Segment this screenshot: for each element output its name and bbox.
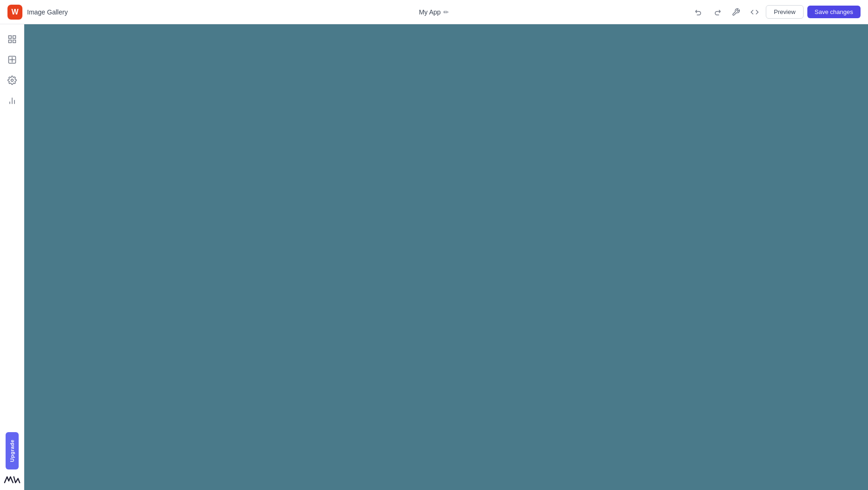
sidebar-item-dashboard[interactable] (3, 30, 21, 49)
edit-icon[interactable]: ✏ (443, 8, 449, 16)
code-button[interactable] (747, 5, 762, 20)
topbar-center: My App ✏ (419, 8, 449, 16)
upgrade-button[interactable]: Upgrade (6, 432, 19, 469)
save-button[interactable]: Save changes (807, 6, 861, 18)
svg-rect-0 (8, 36, 11, 39)
main-layout: Upgrade (0, 24, 868, 490)
canvas (24, 24, 868, 490)
component-name: Image Gallery (27, 8, 68, 16)
app-logo: W (7, 5, 22, 20)
preview-button[interactable]: Preview (766, 5, 803, 19)
svg-rect-1 (13, 36, 15, 39)
wix-logo (4, 475, 21, 484)
undo-button[interactable] (691, 5, 706, 20)
svg-point-5 (11, 79, 13, 82)
sidebar-bottom: Upgrade (4, 432, 21, 484)
topbar: W Image Gallery My App ✏ Preview Save ch… (0, 0, 868, 24)
gallery-grid (416, 123, 476, 392)
topbar-right: Preview Save changes (691, 5, 861, 20)
sidebar-item-settings[interactable] (3, 71, 21, 90)
redo-button[interactable] (710, 5, 725, 20)
svg-rect-3 (8, 40, 11, 43)
sidebar-item-analytics[interactable] (3, 91, 21, 110)
svg-rect-2 (13, 40, 15, 43)
topbar-left: W Image Gallery (7, 5, 691, 20)
tools-button[interactable] (728, 5, 743, 20)
app-title: My App (419, 8, 441, 16)
sidebar-item-add[interactable] (3, 50, 21, 69)
sidebar: Upgrade (0, 24, 24, 490)
